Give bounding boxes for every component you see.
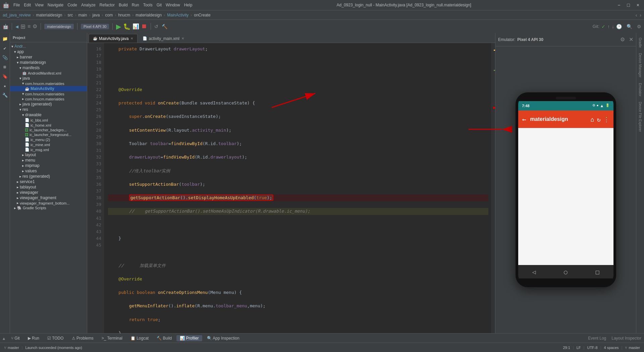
phone-back-button[interactable]: ← bbox=[522, 115, 526, 123]
phone-nav-back[interactable]: ◁ bbox=[532, 268, 536, 275]
menu-help[interactable]: Help bbox=[184, 3, 193, 7]
tree-item-ic-menu[interactable]: 📄 ic_menu (2) bbox=[10, 137, 87, 142]
tree-item-res-gen[interactable]: ▸ res (generated) bbox=[10, 174, 87, 179]
bottom-tab-run[interactable]: ▶ Run bbox=[24, 335, 43, 341]
menu-navigate[interactable]: Navigate bbox=[48, 3, 63, 7]
toolbar-branch-selector[interactable]: materialdesign bbox=[44, 24, 74, 29]
menu-bar[interactable]: File Edit View Navigate Code Analyze Ref… bbox=[13, 3, 192, 7]
toolbar-settings-btn[interactable]: ⚙ bbox=[33, 23, 37, 30]
bottom-tab-todo[interactable]: ☑ TODO bbox=[44, 335, 67, 341]
toolbar-device-selector[interactable]: Pixel 4 API 30 bbox=[81, 24, 109, 29]
status-encoding[interactable]: UTF-8 bbox=[587, 346, 597, 350]
breadcrumb-androidstudio[interactable]: ad_java_review bbox=[3, 13, 31, 17]
edge-tab-device-explorer[interactable]: Device File Explorer bbox=[638, 100, 643, 134]
sidebar-commit-icon[interactable]: ✔ bbox=[1, 44, 9, 52]
tab-activity-main[interactable]: 📄 activity_main.xml ✕ bbox=[138, 34, 188, 43]
event-log-btn[interactable]: Event Log bbox=[588, 336, 606, 341]
tree-item-mainactivity[interactable]: ☕ MainActivity bbox=[10, 86, 87, 91]
breadcrumb-mainactivity[interactable]: MainActivity bbox=[167, 13, 189, 17]
tree-item-materialdesign[interactable]: ▾ materialdesign bbox=[10, 60, 87, 65]
close-button[interactable]: × bbox=[635, 2, 641, 8]
menu-run[interactable]: Run bbox=[132, 3, 139, 7]
tree-item-app[interactable]: ▾ app bbox=[10, 49, 87, 54]
bottom-tab-terminal[interactable]: >_ Terminal bbox=[98, 335, 126, 341]
tree-item-res[interactable]: ▾ res bbox=[10, 107, 87, 112]
breadcrumb-com[interactable]: com bbox=[105, 13, 113, 17]
tab-close-main[interactable]: ✕ bbox=[130, 37, 133, 40]
tree-item-java-gen[interactable]: ▸ java (generated) bbox=[10, 101, 87, 107]
toolbar-settings-icon[interactable]: ⚙ bbox=[637, 24, 641, 29]
toolbar-profile-button[interactable]: 📊 bbox=[132, 23, 139, 30]
phone-nav-home[interactable]: ○ bbox=[564, 268, 568, 275]
phone-more-icon[interactable]: ⋮ bbox=[603, 116, 609, 123]
emulator-settings-btn[interactable]: ⚙ bbox=[620, 36, 625, 43]
tree-item-tablayout[interactable]: ▸ tablayout bbox=[10, 184, 87, 190]
toolbar-search-btn[interactable]: 🔍 bbox=[627, 24, 632, 29]
sidebar-favorites-icon[interactable]: ★ bbox=[1, 81, 9, 90]
breadcrumb-java[interactable]: java bbox=[92, 13, 100, 17]
toolbar-git-push[interactable]: ↑ bbox=[607, 24, 610, 29]
phone-refresh-icon[interactable]: ↻ bbox=[597, 116, 601, 123]
status-indentation[interactable]: 4 spaces bbox=[604, 346, 619, 350]
emulator-close-btn[interactable]: ✕ bbox=[629, 36, 633, 43]
tree-item-viewpager[interactable]: ▸ viewpager bbox=[10, 190, 87, 195]
window-controls[interactable]: − □ × bbox=[615, 2, 641, 8]
tree-item-service1[interactable]: ▸ service1 bbox=[10, 179, 87, 184]
tree-item-pkg2[interactable]: ▾ com.hnucm.materialdes bbox=[10, 91, 87, 96]
toolbar-back-btn[interactable]: ◂ bbox=[15, 23, 18, 30]
code-editor[interactable]: 16 17 18 19 20 21 22 23 24 25 26 27 28 2… bbox=[87, 43, 495, 333]
tree-item-layout[interactable]: ▸ layout bbox=[10, 152, 87, 158]
toolbar-debug-button[interactable]: 🐛 bbox=[123, 23, 130, 30]
menu-tools[interactable]: Tools bbox=[143, 3, 153, 7]
status-branch-right[interactable]: ⑂ master bbox=[625, 346, 640, 350]
toolbar-stop-button[interactable]: ⏹ bbox=[141, 23, 147, 30]
breadcrumb-materialdesign[interactable]: materialdesign bbox=[36, 13, 62, 17]
bottom-tab-app-inspection[interactable]: 🔍 App Inspection bbox=[204, 335, 243, 341]
maximize-button[interactable]: □ bbox=[625, 2, 632, 8]
menu-analyze[interactable]: Analyze bbox=[81, 3, 96, 7]
tab-mainactivity[interactable]: ☕ MainActivity.java ✕ bbox=[89, 34, 138, 43]
sidebar-bookmarks-icon[interactable]: 🔖 bbox=[1, 72, 9, 81]
tree-item-ic-bbs[interactable]: 📄 ic_bbs.xml bbox=[10, 118, 87, 123]
tree-item-ic-launcher-fg[interactable]: 🖼 ic_launcher_foreground... bbox=[10, 132, 87, 137]
layout-inspector-btn[interactable]: Layout Inspector bbox=[611, 336, 641, 341]
toolbar-git-pull[interactable]: ↓ bbox=[612, 24, 614, 29]
sidebar-resource-icon[interactable]: 📎 bbox=[1, 53, 9, 62]
edge-tab-device-manager[interactable]: Device Manager bbox=[638, 51, 643, 80]
tree-item-androidmanifest[interactable]: 🤖 AndroidManifest.xml bbox=[10, 71, 87, 76]
menu-window[interactable]: Window bbox=[166, 3, 180, 7]
sidebar-project-icon[interactable]: 📁 bbox=[1, 34, 9, 43]
bottom-tab-problems[interactable]: ⚠ Problems bbox=[68, 335, 97, 341]
tree-item-manifests[interactable]: ▾ manifests bbox=[10, 65, 87, 71]
breadcrumb-hnucm[interactable]: hnucm bbox=[118, 13, 130, 17]
menu-code[interactable]: Code bbox=[67, 3, 77, 7]
toolbar-git-history[interactable]: 🕐 bbox=[616, 24, 622, 29]
tree-item-pkg3[interactable]: ▸ com.hnucm.materialdes bbox=[10, 96, 87, 101]
menu-view[interactable]: View bbox=[35, 3, 44, 7]
edge-tab-gradle[interactable]: Gradle bbox=[638, 36, 643, 50]
tree-item-android[interactable]: ▾ Andr... bbox=[10, 44, 87, 49]
phone-nav-recent[interactable]: □ bbox=[596, 268, 599, 275]
tree-item-drawable[interactable]: ▾ drawable bbox=[10, 112, 87, 118]
edge-tab-emulator[interactable]: Emulator bbox=[638, 81, 643, 98]
breadcrumb-src[interactable]: src bbox=[67, 13, 73, 17]
bottom-tab-profiler[interactable]: 📊 Profiler bbox=[176, 335, 202, 341]
toolbar-run-button[interactable]: ▶ bbox=[116, 23, 121, 31]
tree-item-viewpager-frag-bottom[interactable]: ▸ viewpager_fragment_bottom... bbox=[10, 201, 87, 206]
tree-item-viewpager-frag[interactable]: ▸ viewpager_fragment bbox=[10, 195, 87, 201]
toolbar-expand-btn[interactable]: ≡ bbox=[28, 24, 31, 30]
status-line-ending[interactable]: LF bbox=[577, 346, 581, 350]
code-content[interactable]: private DrawerLayout drawerLayout; @Over… bbox=[104, 43, 491, 333]
tree-item-pkg1[interactable]: ▾ com.hnucm.materialdes bbox=[10, 81, 87, 86]
minimize-button[interactable]: − bbox=[615, 2, 622, 8]
bottom-tab-logcat[interactable]: 📋 Logcat bbox=[127, 335, 152, 341]
menu-refactor[interactable]: Refactor bbox=[100, 3, 115, 7]
tree-item-ic-mine[interactable]: 📄 ic_mine.xml bbox=[10, 142, 87, 147]
menu-edit[interactable]: Edit bbox=[24, 3, 31, 7]
tree-item-gradle[interactable]: ▸ 🐘 Gradle Scripts bbox=[10, 206, 87, 211]
breadcrumb-oncreate[interactable]: onCreate bbox=[194, 13, 210, 17]
sidebar-structure-icon[interactable]: ⊞ bbox=[1, 62, 9, 71]
phone-home-icon[interactable]: ⌂ bbox=[591, 116, 594, 123]
nav-forward-icon[interactable]: › bbox=[640, 12, 641, 18]
tree-item-values[interactable]: ▸ values bbox=[10, 168, 87, 174]
